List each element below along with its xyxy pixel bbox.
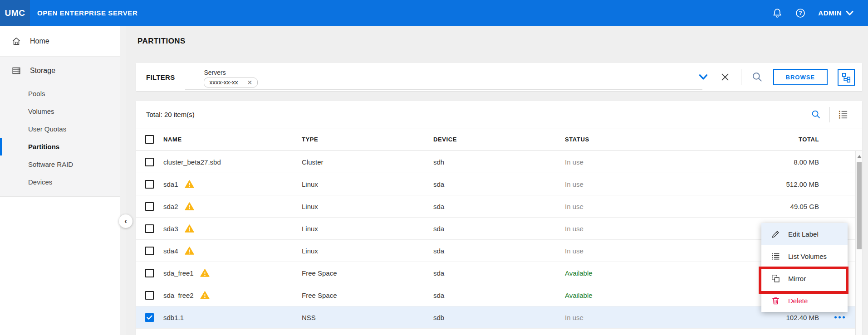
- partition-name: sda2: [163, 203, 178, 210]
- mirror-icon: [771, 274, 780, 283]
- menu-item-mirror[interactable]: Mirror: [761, 267, 848, 290]
- row-context-menu: Edit Label List Volumes Mirror Delete: [761, 223, 848, 312]
- partition-status: In use: [565, 314, 684, 321]
- server-filter-chip[interactable]: xxxx-xx-xx ✕: [204, 78, 258, 87]
- partition-device: sda: [433, 291, 565, 299]
- tree-view-button[interactable]: [838, 69, 855, 86]
- page-title: PARTITIONS: [137, 37, 186, 46]
- sidebar-collapse-button[interactable]: ‹: [119, 214, 132, 228]
- table-row[interactable]: sda3 Linux sda In use: [136, 218, 862, 240]
- row-checkbox[interactable]: [145, 291, 154, 300]
- partition-type: Cluster: [302, 158, 433, 166]
- search-icon[interactable]: [751, 71, 763, 83]
- table-toolbar-actions: [811, 107, 848, 122]
- sidebar-item-home[interactable]: Home: [0, 26, 126, 57]
- table-row[interactable]: sda_free1 Free Space sda Available: [136, 262, 862, 284]
- column-header-status[interactable]: STATUS: [565, 136, 684, 143]
- table-row[interactable]: sda_free2 Free Space sda Available: [136, 284, 862, 306]
- servers-filter-field: Servers xxxx-xx-xx ✕: [204, 69, 258, 87]
- warning-icon: [185, 180, 194, 189]
- warning-icon: [200, 291, 210, 300]
- partition-status: In use: [565, 158, 684, 166]
- row-checkbox[interactable]: [145, 247, 154, 255]
- sidebar-item-software-raid[interactable]: Software RAID: [0, 155, 126, 173]
- partition-name: sda_free1: [163, 269, 194, 277]
- table-row-selected[interactable]: sdb1.1 NSS sdb In use 102.40 MB: [136, 306, 862, 329]
- menu-item-label: Edit Label: [788, 230, 819, 238]
- scroll-up-arrow-icon[interactable]: [857, 155, 862, 158]
- partition-status: Available: [565, 269, 684, 277]
- partition-name: sda3: [163, 225, 178, 233]
- column-header-device[interactable]: DEVICE: [433, 136, 565, 143]
- sidebar-item-label: Home: [30, 37, 49, 45]
- top-bar: UMC OPEN ENTERPRISE SERVER ? ADMIN: [0, 0, 868, 26]
- scrollbar-thumb[interactable]: [857, 162, 862, 249]
- partition-status: In use: [565, 225, 684, 233]
- check-icon: [147, 315, 152, 320]
- sidebar-item-partitions[interactable]: Partitions: [0, 138, 126, 155]
- divider: [741, 69, 741, 85]
- sidebar-item-user-quotas[interactable]: User Quotas: [0, 120, 126, 138]
- chip-remove-icon[interactable]: ✕: [247, 79, 252, 86]
- sidebar-item-label: Partitions: [28, 143, 59, 151]
- column-header-type[interactable]: TYPE: [302, 136, 433, 143]
- select-all-checkbox[interactable]: [145, 135, 154, 144]
- menu-item-label: List Volumes: [788, 252, 827, 260]
- partition-name: sda4: [163, 247, 178, 255]
- row-checkbox-checked[interactable]: [145, 313, 154, 322]
- main-content: PARTITIONS FILTERS Servers xxxx-xx-xx ✕ …: [126, 26, 868, 335]
- partition-type: NSS: [302, 314, 433, 321]
- column-header-name[interactable]: NAME: [163, 136, 302, 143]
- total-count: Total: 20 item(s): [146, 111, 195, 118]
- table-row[interactable]: sda1 Linux sda In use 512.00 MB: [136, 173, 862, 195]
- row-actions-ellipsis-icon[interactable]: [834, 316, 845, 319]
- sidebar-item-label: Pools: [28, 90, 45, 97]
- row-checkbox[interactable]: [145, 158, 154, 166]
- servers-filter-label: Servers: [204, 69, 258, 76]
- column-header-total[interactable]: TOTAL: [684, 136, 862, 143]
- chevron-down-icon: [846, 10, 853, 16]
- partition-name: sda1: [163, 180, 178, 188]
- table-row[interactable]: cluster_beta27.sbd Cluster sdh In use 8.…: [136, 151, 862, 173]
- row-checkbox[interactable]: [145, 180, 154, 189]
- partition-device: sda: [433, 247, 565, 255]
- browse-button[interactable]: BROWSE: [773, 69, 828, 85]
- help-icon[interactable]: ?: [795, 8, 806, 19]
- trash-icon: [771, 296, 780, 306]
- sidebar-item-storage[interactable]: Storage: [0, 57, 126, 85]
- table-row[interactable]: sda2 Linux sda In use 49.05 GB: [136, 195, 862, 218]
- table-scrollbar[interactable]: [855, 151, 862, 335]
- table-search-icon[interactable]: [811, 109, 821, 120]
- partition-status: Available: [565, 291, 684, 299]
- partition-device: sda: [433, 269, 565, 277]
- topbar-actions: ? ADMIN: [772, 8, 853, 19]
- list-view-icon[interactable]: [838, 109, 848, 120]
- warning-icon: [185, 224, 194, 233]
- table-row[interactable]: sda4 Linux sda In use: [136, 240, 862, 262]
- partition-type: Linux: [302, 225, 433, 233]
- user-menu[interactable]: ADMIN: [818, 9, 853, 17]
- sidebar-item-pools[interactable]: Pools: [0, 85, 126, 102]
- partitions-table: Total: 20 item(s) NAME TYPE DEVICE: [136, 101, 862, 335]
- partition-total: 8.00 MB: [684, 158, 862, 166]
- clear-filters-icon[interactable]: [719, 71, 731, 83]
- menu-item-delete[interactable]: Delete: [761, 290, 848, 312]
- partition-status: In use: [565, 180, 684, 188]
- row-checkbox[interactable]: [145, 269, 154, 277]
- filters-actions: BROWSE: [697, 69, 855, 86]
- menu-item-edit-label[interactable]: Edit Label: [761, 223, 848, 245]
- umc-logo[interactable]: UMC: [0, 0, 30, 26]
- row-checkbox[interactable]: [145, 224, 154, 233]
- filters-title: FILTERS: [146, 73, 175, 81]
- menu-item-label: Mirror: [788, 275, 806, 282]
- sidebar-item-volumes[interactable]: Volumes: [0, 102, 126, 120]
- menu-item-list-volumes[interactable]: List Volumes: [761, 245, 848, 267]
- notifications-bell-icon[interactable]: [772, 8, 783, 19]
- filter-field-underline: [185, 89, 702, 90]
- partition-device: sdb: [433, 314, 565, 321]
- partition-name: sda_free2: [163, 291, 194, 299]
- row-checkbox[interactable]: [145, 202, 154, 211]
- sidebar-scroll-gutter: [120, 26, 126, 335]
- collapse-filters-chevron-icon[interactable]: [697, 71, 709, 83]
- sidebar-item-devices[interactable]: Devices: [0, 173, 126, 191]
